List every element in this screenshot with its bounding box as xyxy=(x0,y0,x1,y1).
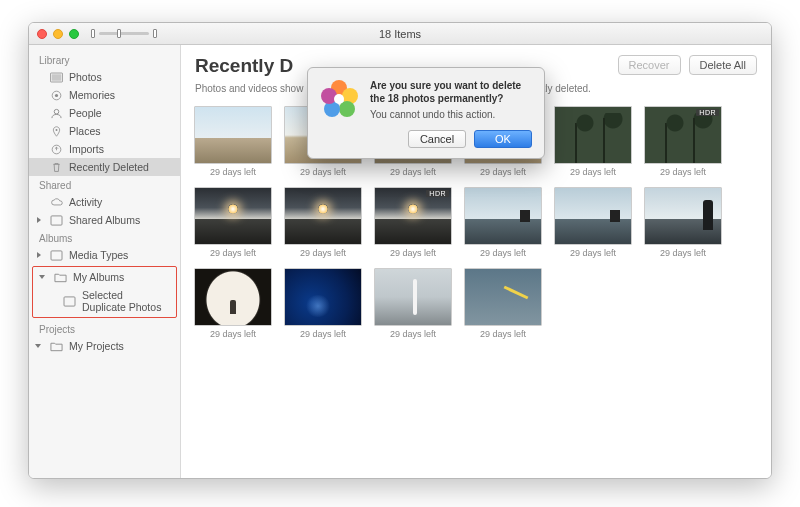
photo-thumbnail[interactable]: 29 days left xyxy=(193,268,273,339)
svg-rect-8 xyxy=(51,250,62,259)
thumbnail-image xyxy=(284,268,362,326)
recover-button[interactable]: Recover xyxy=(618,55,681,75)
app-window: 18 Items Library Photos Memories People … xyxy=(28,22,772,479)
thumbnail-image xyxy=(374,268,452,326)
sidebar-item-label: Activity xyxy=(69,196,102,208)
thumbnail-image xyxy=(554,106,632,164)
sidebar-item-label: Recently Deleted xyxy=(69,161,149,173)
thumbnail-image xyxy=(194,268,272,326)
window-title: 18 Items xyxy=(29,28,771,40)
photo-thumbnail[interactable]: 29 days left xyxy=(553,187,633,258)
delete-all-button[interactable]: Delete All xyxy=(689,55,757,75)
trash-icon xyxy=(49,162,63,173)
thumbnail-caption: 29 days left xyxy=(300,248,346,258)
photo-thumbnail[interactable]: HDR29 days left xyxy=(373,187,453,258)
sidebar-item-label: Selected Duplicate Photos xyxy=(82,289,168,313)
photo-thumbnail[interactable]: 29 days left xyxy=(193,187,273,258)
thumbnail-caption: 29 days left xyxy=(390,329,436,339)
thumbnail-caption: 29 days left xyxy=(210,329,256,339)
thumbnail-caption: 29 days left xyxy=(480,329,526,339)
sidebar-item-label: Memories xyxy=(69,89,115,101)
thumbnail-image: HDR xyxy=(374,187,452,245)
sidebar-item-label: My Albums xyxy=(73,271,124,283)
sidebar-item-shared-albums[interactable]: Shared Albums xyxy=(29,211,180,229)
photo-thumbnail[interactable]: HDR29 days left xyxy=(643,106,723,177)
svg-rect-1 xyxy=(51,74,61,81)
thumbnail-caption: 29 days left xyxy=(390,248,436,258)
dialog-cancel-button[interactable]: Cancel xyxy=(408,130,466,148)
sidebar-item-memories[interactable]: Memories xyxy=(29,86,180,104)
disclosure-triangle-icon[interactable] xyxy=(37,252,41,258)
thumbnail-caption: 29 days left xyxy=(480,167,526,177)
sidebar-item-my-albums[interactable]: My Albums xyxy=(33,268,176,286)
sidebar-heading-shared: Shared xyxy=(29,176,180,193)
thumbnail-caption: 29 days left xyxy=(660,167,706,177)
photos-icon xyxy=(49,72,63,83)
sidebar-item-people[interactable]: People xyxy=(29,104,180,122)
disclosure-triangle-icon[interactable] xyxy=(35,344,41,348)
sidebar-item-label: Imports xyxy=(69,143,104,155)
svg-point-4 xyxy=(54,109,59,114)
photo-thumbnail[interactable]: 29 days left xyxy=(463,187,543,258)
sidebar-item-photos[interactable]: Photos xyxy=(29,68,180,86)
hdr-badge: HDR xyxy=(696,109,719,116)
sidebar-heading-projects: Projects xyxy=(29,320,180,337)
photo-thumbnail[interactable]: 29 days left xyxy=(463,268,543,339)
photo-thumbnail[interactable]: 29 days left xyxy=(373,268,453,339)
imports-icon xyxy=(49,144,63,155)
places-icon xyxy=(49,126,63,137)
sidebar-item-selected-duplicate-photos[interactable]: Selected Duplicate Photos xyxy=(33,286,176,316)
sidebar-item-label: Places xyxy=(69,125,101,137)
sidebar-item-label: Media Types xyxy=(69,249,128,261)
photo-thumbnail[interactable]: 29 days left xyxy=(283,268,363,339)
sidebar-item-places[interactable]: Places xyxy=(29,122,180,140)
dialog-title: Are you sure you want to delete the 18 p… xyxy=(370,80,532,105)
sidebar-item-recently-deleted[interactable]: Recently Deleted xyxy=(29,158,180,176)
dialog-ok-button[interactable]: OK xyxy=(474,130,532,148)
album-icon xyxy=(49,250,63,261)
titlebar: 18 Items xyxy=(29,23,771,45)
album-icon xyxy=(63,296,76,307)
photos-app-icon xyxy=(320,80,360,120)
thumbnail-image xyxy=(464,268,542,326)
thumbnail-image xyxy=(464,187,542,245)
thumbnail-image xyxy=(194,106,272,164)
thumbnail-image xyxy=(194,187,272,245)
sidebar-item-label: People xyxy=(69,107,102,119)
thumbnail-caption: 29 days left xyxy=(570,248,616,258)
hdr-badge: HDR xyxy=(426,190,449,197)
sidebar-item-label: My Projects xyxy=(69,340,124,352)
sidebar-item-activity[interactable]: Activity xyxy=(29,193,180,211)
thumbnail-caption: 29 days left xyxy=(390,167,436,177)
sidebar-item-imports[interactable]: Imports xyxy=(29,140,180,158)
photo-thumbnail[interactable]: 29 days left xyxy=(553,106,633,177)
people-icon xyxy=(49,108,63,119)
thumbnail-caption: 29 days left xyxy=(660,248,706,258)
disclosure-triangle-icon[interactable] xyxy=(39,275,45,279)
svg-point-5 xyxy=(55,128,57,130)
photo-thumbnail[interactable]: 29 days left xyxy=(193,106,273,177)
sidebar-heading-albums: Albums xyxy=(29,229,180,246)
sidebar-item-media-types[interactable]: Media Types xyxy=(29,246,180,264)
page-title: Recently D xyxy=(195,55,293,77)
svg-rect-7 xyxy=(51,215,62,224)
thumbnail-image: HDR xyxy=(644,106,722,164)
thumbnail-caption: 29 days left xyxy=(300,167,346,177)
svg-point-3 xyxy=(54,93,57,96)
folder-icon xyxy=(53,272,67,283)
thumbnail-caption: 29 days left xyxy=(210,248,256,258)
disclosure-triangle-icon[interactable] xyxy=(37,217,41,223)
thumbnail-image xyxy=(554,187,632,245)
photo-thumbnail[interactable]: 29 days left xyxy=(283,187,363,258)
thumbnail-image xyxy=(284,187,362,245)
cloud-icon xyxy=(49,197,63,208)
thumbnail-caption: 29 days left xyxy=(210,167,256,177)
thumbnail-caption: 29 days left xyxy=(570,167,616,177)
folder-icon xyxy=(49,341,63,352)
sidebar: Library Photos Memories People Places Im… xyxy=(29,45,181,478)
sidebar-item-my-projects[interactable]: My Projects xyxy=(29,337,180,355)
annotation-highlight: My Albums Selected Duplicate Photos xyxy=(32,266,177,318)
photo-thumbnail[interactable]: 29 days left xyxy=(643,187,723,258)
thumbnail-image xyxy=(644,187,722,245)
thumbnail-caption: 29 days left xyxy=(480,248,526,258)
